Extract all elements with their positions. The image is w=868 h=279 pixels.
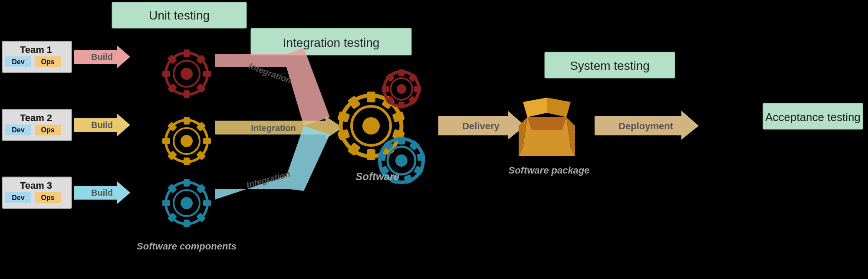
diagram-container: Unit testing Integration testing System … [0, 0, 868, 279]
svg-rect-88 [398, 69, 404, 76]
svg-text:Build: Build [91, 52, 113, 62]
svg-text:Dev: Dev [12, 194, 24, 201]
svg-rect-106 [377, 153, 386, 161]
svg-text:Build: Build [91, 120, 113, 130]
svg-text:Software package: Software package [508, 165, 589, 176]
svg-rect-42 [162, 71, 170, 77]
svg-rect-36 [184, 49, 190, 57]
svg-text:System testing: System testing [570, 59, 650, 72]
svg-rect-0 [0, 0, 868, 279]
svg-text:Acceptance testing: Acceptance testing [765, 111, 861, 124]
svg-rect-49 [203, 138, 211, 144]
svg-rect-80 [367, 149, 375, 160]
svg-text:Dev: Dev [12, 58, 24, 66]
svg-text:Software: Software [355, 171, 399, 182]
svg-text:Delivery: Delivery [462, 121, 500, 131]
svg-text:Build: Build [91, 188, 113, 197]
svg-point-74 [362, 117, 380, 135]
svg-marker-117 [527, 117, 566, 130]
main-diagram: Unit testing Integration testing System … [0, 0, 868, 279]
svg-point-35 [181, 68, 193, 80]
svg-rect-51 [184, 158, 190, 165]
svg-text:Team 2: Team 2 [20, 112, 52, 123]
svg-rect-53 [162, 138, 170, 144]
svg-rect-75 [367, 92, 375, 102]
svg-rect-101 [417, 153, 426, 161]
svg-rect-90 [414, 86, 421, 92]
svg-point-46 [181, 135, 193, 147]
svg-rect-94 [382, 86, 389, 92]
svg-text:Dev: Dev [12, 126, 24, 134]
svg-rect-40 [184, 90, 190, 98]
svg-point-87 [397, 84, 406, 94]
svg-text:Software components: Software components [137, 241, 237, 252]
svg-text:Integration testing: Integration testing [283, 36, 380, 49]
svg-text:Deployment: Deployment [618, 121, 674, 131]
svg-rect-60 [203, 200, 211, 206]
svg-text:Integration: Integration [251, 123, 296, 133]
svg-text:Team 3: Team 3 [20, 180, 52, 191]
svg-rect-62 [184, 220, 190, 227]
svg-text:Unit testing: Unit testing [149, 9, 210, 22]
svg-rect-99 [398, 137, 405, 144]
svg-rect-64 [162, 200, 170, 206]
svg-text:Team 1: Team 1 [20, 44, 52, 55]
svg-text:Ops: Ops [41, 58, 54, 66]
svg-rect-92 [398, 102, 404, 108]
svg-rect-38 [203, 71, 211, 77]
svg-rect-58 [184, 179, 190, 187]
svg-point-98 [395, 154, 408, 167]
svg-text:Ops: Ops [41, 126, 54, 134]
svg-point-57 [181, 197, 193, 209]
svg-marker-114 [519, 148, 575, 156]
svg-rect-47 [184, 117, 190, 125]
svg-text:Ops: Ops [41, 194, 54, 201]
